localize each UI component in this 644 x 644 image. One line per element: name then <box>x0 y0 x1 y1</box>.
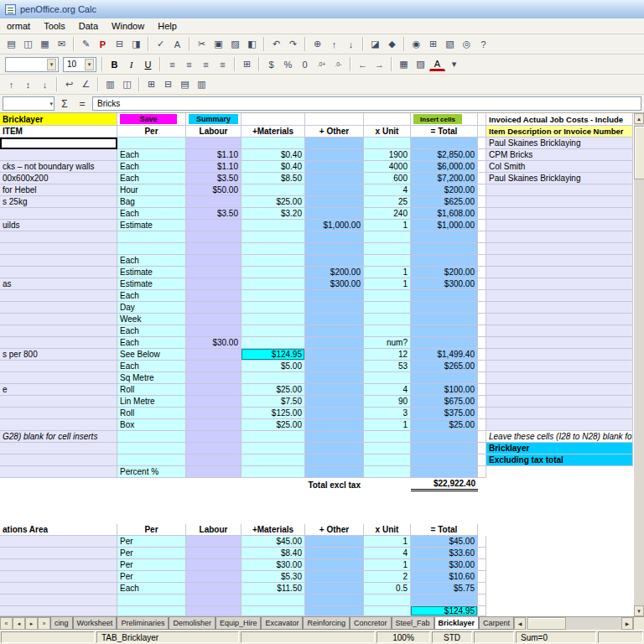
cell-lab[interactable] <box>186 396 242 408</box>
cell-mat[interactable]: $0.40 <box>242 161 305 173</box>
cell-lab[interactable] <box>186 408 242 419</box>
cell-oth[interactable] <box>305 571 364 583</box>
col-header-total[interactable]: = Total <box>411 126 478 138</box>
horizontal-scrollbar[interactable]: ◀ ▶ <box>514 617 633 630</box>
freeze-panes-icon[interactable]: ▥ <box>102 76 118 92</box>
gap-cell[interactable] <box>478 231 486 243</box>
gap-cell[interactable] <box>478 454 486 466</box>
cell-lab[interactable] <box>186 361 242 372</box>
cell-item[interactable] <box>0 419 117 431</box>
cell-lab[interactable] <box>186 536 242 548</box>
invoice-cell[interactable] <box>486 314 633 325</box>
cell-oth[interactable]: $200.00 <box>305 267 364 278</box>
cell-tot[interactable] <box>411 314 478 325</box>
cell-per[interactable]: Estimate <box>117 220 186 231</box>
cell-lab[interactable] <box>186 243 242 255</box>
add-decimal-icon[interactable]: .0+ <box>314 56 330 72</box>
sort-descending-icon[interactable]: ↓ <box>343 36 359 52</box>
invoice-cell[interactable] <box>486 196 633 208</box>
cell-tot[interactable]: $675.00 <box>411 396 478 408</box>
align-right-icon[interactable]: ≡ <box>198 56 214 72</box>
cell-mat[interactable]: $124.95 <box>242 349 305 361</box>
cell-unit[interactable] <box>364 443 411 454</box>
cell-mat[interactable]: $8.50 <box>242 173 305 184</box>
cell-mat[interactable] <box>242 466 305 478</box>
spellcheck-icon[interactable]: ✓ <box>153 36 169 52</box>
gap-cell[interactable] <box>478 161 486 173</box>
wrap-text-icon[interactable]: ↩ <box>61 76 77 92</box>
autospellcheck-icon[interactable]: A <box>169 36 185 52</box>
cell-oth[interactable] <box>305 361 364 372</box>
cell-oth[interactable] <box>305 466 364 478</box>
undo-icon[interactable]: ↶ <box>268 36 284 52</box>
cell-oth[interactable] <box>305 454 364 466</box>
cell-mat[interactable]: $7.50 <box>242 396 305 408</box>
align-left-icon[interactable]: ≡ <box>164 56 180 72</box>
gap-cell[interactable] <box>478 583 486 595</box>
cell-item[interactable] <box>0 255 117 267</box>
cut-icon[interactable]: ✂ <box>194 36 210 52</box>
cell-oth[interactable] <box>305 196 364 208</box>
insert-row-icon[interactable]: ▤ <box>177 76 193 92</box>
cell-item[interactable] <box>0 583 117 595</box>
cell-per[interactable]: Percent % <box>117 466 186 478</box>
cell-oth[interactable] <box>305 314 364 325</box>
cell-tot[interactable] <box>411 454 478 466</box>
cell-lab[interactable] <box>186 454 242 466</box>
percent-format-icon[interactable]: % <box>280 56 296 72</box>
cell-lab[interactable] <box>186 583 242 595</box>
cell-lab[interactable] <box>186 231 242 243</box>
gap-cell[interactable] <box>478 290 486 302</box>
gap-cell[interactable] <box>478 126 486 138</box>
cell-item[interactable] <box>0 396 117 408</box>
cell-unit[interactable] <box>364 372 411 384</box>
cell-lab[interactable] <box>186 325 242 337</box>
cell-unit[interactable]: 1900 <box>364 149 411 161</box>
color-dropdown-icon[interactable]: ▾ <box>446 56 462 72</box>
cell-blank[interactable] <box>364 113 411 126</box>
cell-tot[interactable] <box>411 255 478 267</box>
gap-cell[interactable] <box>478 325 486 337</box>
cell-lab[interactable] <box>186 372 242 384</box>
font-size-select[interactable]: 10▾ <box>63 57 96 72</box>
cell-oth[interactable] <box>305 290 364 302</box>
cell-unit[interactable] <box>364 606 411 616</box>
cell-mat[interactable]: $8.40 <box>242 548 305 559</box>
cell-per[interactable]: Hour <box>117 184 186 196</box>
cell-lab[interactable]: $30.00 <box>186 337 242 349</box>
gap-cell[interactable] <box>478 396 486 408</box>
save-button[interactable]: Save <box>120 114 177 124</box>
col-header-item[interactable]: ITEM <box>0 126 117 138</box>
cell-item[interactable]: as <box>0 278 117 290</box>
cell-item[interactable]: cks – not boundary walls <box>0 161 117 173</box>
cell-lab[interactable]: $3.50 <box>186 208 242 220</box>
align-center-icon[interactable]: ≡ <box>181 56 197 72</box>
cell-oth[interactable] <box>305 408 364 419</box>
cell-item[interactable] <box>0 408 117 419</box>
cell-unit[interactable] <box>364 302 411 314</box>
cell-unit[interactable]: 1 <box>364 559 411 571</box>
invoice-cell[interactable] <box>486 372 633 384</box>
text-rotate-icon[interactable]: ∠ <box>78 76 94 92</box>
gap-cell[interactable] <box>478 595 486 606</box>
cell-per[interactable]: Per <box>117 559 186 571</box>
cell-lab[interactable] <box>186 278 242 290</box>
increase-indent-icon[interactable]: → <box>371 56 387 72</box>
cell-oth[interactable] <box>305 325 364 337</box>
invoice-cell[interactable] <box>486 267 633 278</box>
cell-per[interactable]: Per <box>117 548 186 559</box>
cell-mat[interactable] <box>242 606 305 616</box>
gap-cell[interactable] <box>478 536 486 548</box>
cell-mat[interactable] <box>242 325 305 337</box>
cell-per[interactable]: Roll <box>117 384 186 396</box>
gap-cell[interactable] <box>478 361 486 372</box>
cell-oth[interactable] <box>305 559 364 571</box>
cell-tot[interactable] <box>411 337 478 349</box>
cell-oth[interactable] <box>305 138 364 149</box>
gap-cell[interactable] <box>478 314 486 325</box>
tab-scroll-prev-icon[interactable]: ◂ <box>13 617 25 630</box>
cell-per[interactable]: Each <box>117 290 186 302</box>
invoice-cell[interactable] <box>486 184 633 196</box>
cell-item[interactable] <box>0 231 117 243</box>
cell-oth[interactable] <box>305 396 364 408</box>
